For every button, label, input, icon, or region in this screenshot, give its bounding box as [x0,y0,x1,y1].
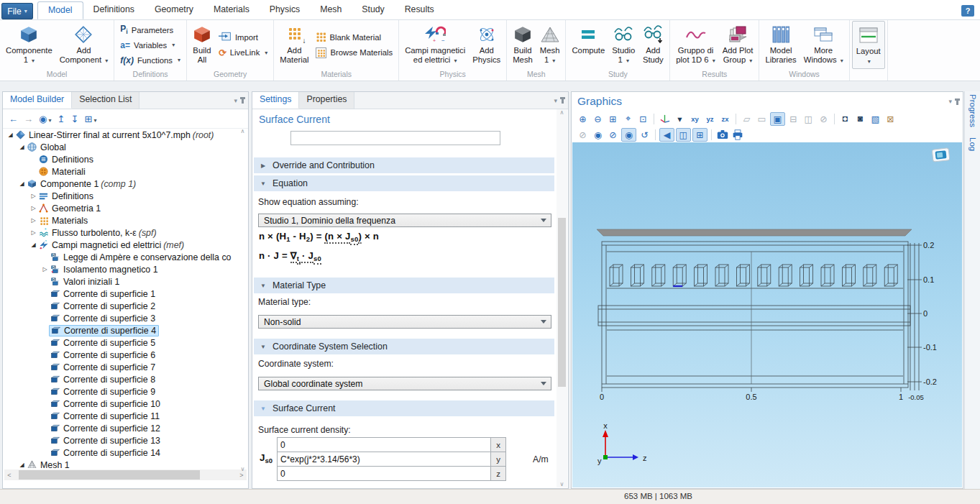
tree-node-corrente-di-superficie-10[interactable]: Corrente di superficie 10 [3,398,248,410]
tree-node-global[interactable]: ◢Global [3,141,248,153]
tree-node-corrente-di-superficie-2[interactable]: Corrente di superficie 2 [3,300,248,312]
yz-view-icon[interactable]: yz [703,113,717,125]
material-type-select[interactable]: Non-solid [258,315,551,329]
collapsed-icon[interactable]: ▷ [29,217,38,224]
scroll-left-icon[interactable]: < [4,472,14,479]
pin-icon[interactable] [956,98,958,105]
tree-node-definitions[interactable]: ▷Definitions [3,190,248,202]
snapshot-camera-icon[interactable] [715,129,729,141]
tree-node-corrente-di-superficie-12[interactable]: Corrente di superficie 12 [3,422,248,434]
expanded-icon[interactable]: ◢ [17,180,27,187]
js0-z-field[interactable] [278,467,490,480]
help-button[interactable]: ? [961,5,974,17]
tree-node-campi-magnetici-ed-elettrici[interactable]: ◢*Campi magnetici ed elettrici(mef) [3,239,248,251]
transparency-icon[interactable]: ◫ [676,128,691,142]
tab-settings[interactable]: Settings [252,92,299,109]
browse-materials-button[interactable]: Browse Materials [313,46,395,59]
collapsed-icon[interactable]: ▷ [40,266,50,272]
model-libraries-button[interactable]: ModelLibraries [761,21,800,69]
tree-node-corrente-di-superficie-7[interactable]: Corrente di superficie 7 [3,361,248,373]
tree-node-corrente-di-superficie-13[interactable]: Corrente di superficie 13 [3,434,248,446]
menu-tab-definitions[interactable]: Definitions [83,1,145,19]
scrollbar-thumb[interactable] [558,218,566,387]
vertical-scrollbar[interactable]: ∧∨ [238,128,247,472]
scrolled-text-field[interactable] [290,131,500,145]
expand-all-icon[interactable]: ↧ [71,114,79,124]
tree-node-corrente-di-superficie-9[interactable]: Corrente di superficie 9 [3,385,248,398]
split-horizontal-icon[interactable]: ⊟ [787,113,800,125]
menu-tab-geometry[interactable]: Geometry [145,1,203,19]
copy-scene-icon[interactable]: ▱ [740,113,754,125]
scrollbar-thumb[interactable] [19,470,200,480]
blank-material-button[interactable]: Blank Material [313,31,395,44]
tree-node-materiali[interactable]: Materiali [3,165,248,178]
componente-1-button[interactable]: Componente1 ▾ [2,21,56,69]
campi-magnetici-button[interactable]: +−Campi magneticied elettrici ▾ [401,21,469,69]
tree-node-isolamento-magnetico-1[interactable]: ▷DIsolamento magnetico 1 [3,263,248,275]
section-override-contribution[interactable]: ▶ Override and Contribution [254,157,554,173]
tree-node-flusso-turbolento-k[interactable]: ▷*Flusso turbolento, k-ε(spf) [3,226,248,239]
graphics-canvas[interactable]: 0.20.10-0.1-0.200.51-0.05xyz [572,142,962,487]
tree-node-corrente-di-superficie-14[interactable]: Corrente di superficie 14 [3,446,248,459]
menu-tab-study[interactable]: Study [352,1,394,19]
xy-view-icon[interactable]: xy [688,113,702,125]
collapsed-icon[interactable]: ▷ [29,205,38,211]
tree-node-mesh-1[interactable]: ◢Mesh 1 [3,459,248,468]
tab-model-builder[interactable]: Model Builder [3,92,72,109]
studio-1-button[interactable]: Studio1 ▾ [608,21,638,69]
scroll-right-icon[interactable]: > [237,472,247,479]
tree-node-linear-stirrer-final-at-current-5x10-7-m[interactable]: ◢Linear-Stirrer final at current 5x10^7.… [3,129,248,141]
tree-node-materials[interactable]: ▷Materials [3,214,248,226]
print-icon[interactable] [731,129,744,141]
orientation-icon[interactable] [658,113,672,125]
livelink-button[interactable]: ⟳LiveLink▾ [216,46,270,59]
menu-tab-mesh[interactable]: Mesh [310,1,352,19]
tree-node-corrente-di-superficie-3[interactable]: Corrente di superficie 3 [3,312,248,324]
forward-icon[interactable]: → [24,114,33,124]
file-menu-button[interactable]: File ▾ [1,3,33,19]
back-icon[interactable]: ← [9,114,18,124]
gruppo-plot-button[interactable]: Gruppo diplot 1D 6 ▾ [672,21,718,69]
tree-node-legge-di-amp-re-e-conservazione-della-co[interactable]: DLegge di Ampère e conservazione della c… [3,251,248,263]
layout-button[interactable]: Layout▾ [852,21,885,69]
js0-x-field[interactable] [278,439,490,452]
split-vertical-icon[interactable]: ◫ [802,113,815,125]
orientation-caret-icon[interactable]: ▾ [673,113,687,125]
wireframe-box-icon[interactable]: ⊞ [692,128,707,142]
js0-y-field[interactable] [278,453,490,466]
model-tree-settings-icon[interactable]: ⊞ ▾ [84,114,96,124]
add-material-button[interactable]: ↓AddMaterial [276,21,312,69]
menu-tab-physics[interactable]: Physics [260,1,310,19]
single-view-icon[interactable]: ▭ [755,113,769,125]
expanded-icon[interactable]: ◢ [6,132,15,138]
section-surface-current[interactable]: ▼ Surface Current [254,400,554,416]
equation-assumption-select[interactable]: Studio 1, Dominio della frequenza [258,214,551,227]
add-component-button[interactable]: AddComponent ▾ [56,21,112,69]
expanded-icon[interactable]: ◢ [17,462,27,468]
add-plot-group-button[interactable]: Add PlotGroup ▾ [719,21,757,69]
collapsed-icon[interactable]: ▷ [29,193,38,199]
chevron-down-icon[interactable]: ▾ [948,98,952,105]
section-equation[interactable]: ▼ Equation [254,175,554,191]
zoom-extents-icon[interactable]: ⌖ [621,113,635,125]
build-all-button[interactable]: BuildAll [189,21,215,69]
zx-view-icon[interactable]: zx [718,113,732,125]
tree-node-corrente-di-superficie-6[interactable]: Corrente di superficie 6 [3,349,248,361]
zoom-box-icon[interactable]: ⊞ [606,113,620,125]
menu-tab-model[interactable]: Model [37,1,83,19]
tab-selection-list[interactable]: Selection List [72,92,139,109]
clear-selection-icon[interactable]: ⊠ [884,113,897,125]
tree-node-valori-iniziali-1[interactable]: DValori iniziali 1 [3,275,248,288]
vertical-scrollbar[interactable]: ∧ ∨ [557,109,567,487]
section-material-type[interactable]: ▼ Material Type [254,278,554,293]
disable-view-icon[interactable]: ⊘ [817,113,830,125]
add-study-button[interactable]: AddStudy [638,21,667,69]
collapse-all-icon[interactable]: ↥ [58,114,65,124]
coordinate-system-select[interactable]: Global coordinate system [258,377,551,390]
tab-properties[interactable]: Properties [299,92,354,109]
menu-tab-materials[interactable]: Materials [203,1,260,19]
zoom-in-icon[interactable]: ⊕ [576,113,590,125]
tree-node-corrente-di-superficie-11[interactable]: Corrente di superficie 11 [3,410,248,422]
show-selection-icon[interactable]: ◉ [621,128,636,142]
active-view-icon[interactable]: ▣ [770,112,785,126]
